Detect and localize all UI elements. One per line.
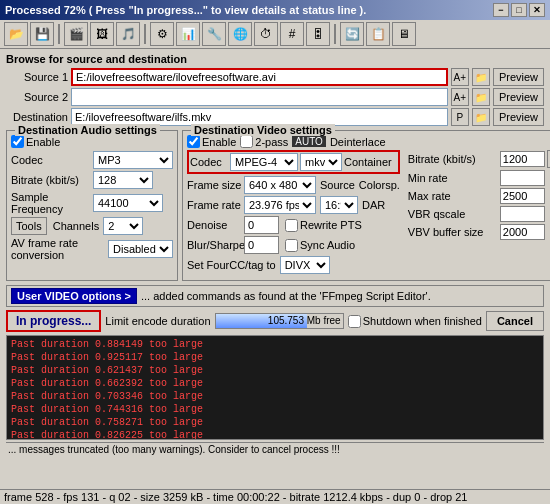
status-text: frame 528 - fps 131 - q 02 - size 3259 k…: [4, 491, 467, 503]
toolbar-btn-tools[interactable]: 🔧: [202, 22, 226, 46]
maximize-button[interactable]: □: [511, 3, 527, 17]
toolbar-btn-mixer[interactable]: 🎛: [306, 22, 330, 46]
video-twopass-checkbox[interactable]: [240, 135, 253, 148]
video-enable-checkbox-label[interactable]: Enable: [187, 135, 236, 148]
log-line: Past duration 0.884149 too large: [11, 338, 539, 351]
video-fourcc-select[interactable]: DIVXXVIDH264: [280, 256, 330, 274]
toolbar-btn-save[interactable]: 💾: [30, 22, 54, 46]
dest-preview-button[interactable]: Preview: [493, 108, 544, 126]
log-truncated: ... messages truncated (too many warning…: [6, 442, 544, 456]
audio-freq-label: Sample Frequency: [11, 191, 91, 215]
toolbar-btn-hash[interactable]: #: [280, 22, 304, 46]
shutdown-checkbox[interactable]: [348, 315, 361, 328]
toolbar-btn-settings[interactable]: ⚙: [150, 22, 174, 46]
video-denoise-input[interactable]: [244, 216, 279, 234]
video-denoise-label: Denoise: [187, 219, 242, 231]
audio-settings-panel: Destination Audio settings Enable Codec …: [6, 130, 178, 281]
video-framesize-label: Frame size: [187, 179, 242, 191]
minimize-button[interactable]: −: [493, 3, 509, 17]
video-framesize-select[interactable]: 640 x 4801280 x 720: [244, 176, 316, 194]
video-blur-input[interactable]: [244, 236, 279, 254]
audio-tools-button[interactable]: Tools: [11, 217, 47, 235]
log-line: Past duration 0.925117 too large: [11, 351, 539, 364]
bitrate-input[interactable]: [500, 151, 545, 167]
video-container-label: Container: [344, 156, 392, 168]
source1-folder-icon[interactable]: 📁: [472, 68, 490, 86]
limit-label: Limit encode duration: [105, 315, 210, 327]
source1-input[interactable]: [71, 68, 448, 86]
video-ar-select[interactable]: 16:94:3: [320, 196, 358, 214]
dest-folder-icon[interactable]: 📁: [472, 108, 490, 126]
video-framerate-label: Frame rate: [187, 199, 242, 211]
dest-font-icon[interactable]: P: [451, 108, 469, 126]
video-colorsp-label: Colorsp.: [359, 179, 400, 191]
close-button[interactable]: ✕: [529, 3, 545, 17]
progress-mb: 105.753 Mb free: [268, 315, 341, 326]
toolbar-btn-clock[interactable]: ⏱: [254, 22, 278, 46]
toolbar-btn-image[interactable]: 🖼: [90, 22, 114, 46]
toolbar-btn-reload[interactable]: 🔄: [340, 22, 364, 46]
video-enable-checkbox[interactable]: [187, 135, 200, 148]
video-framerate-select[interactable]: 23.976 fps25 fps30 fps: [244, 196, 316, 214]
log-area: Past duration 0.884149 too largePast dur…: [6, 335, 544, 440]
toolbar-btn-chart[interactable]: 📊: [176, 22, 200, 46]
source1-label: Source 1: [6, 71, 68, 83]
vbr-label: VBR qscale: [408, 208, 498, 220]
shutdown-label[interactable]: Shutdown when finished: [348, 315, 482, 328]
audio-freq-select[interactable]: 441002205048000: [93, 194, 163, 212]
log-line: Past duration 0.758271 too large: [11, 416, 539, 429]
video-rewrite-pts-label[interactable]: Rewrite PTS: [285, 219, 362, 232]
audio-channels-select[interactable]: 216: [103, 217, 143, 235]
user-options-text: ... added commands as found at the 'FFmp…: [141, 290, 431, 302]
progress-row: In progress... Limit encode duration 105…: [6, 310, 544, 332]
video-panel-title: Destination Video settings: [191, 124, 335, 136]
video-twopass-label[interactable]: 2-pass: [240, 135, 288, 148]
toolbar-btn-clip[interactable]: 📋: [366, 22, 390, 46]
dest-label: Destination: [6, 111, 68, 123]
toolbar-btn-web[interactable]: 🌐: [228, 22, 252, 46]
minrate-label: Min rate: [408, 172, 498, 184]
log-line: Past duration 0.826225 too large: [11, 429, 539, 440]
vbr-input[interactable]: [500, 206, 545, 222]
bitrate-label: Bitrate (kbit/s): [408, 153, 498, 165]
audio-bitrate-select[interactable]: 12864192: [93, 171, 153, 189]
window-title: Processed 72% ( Press "In progress..." t…: [5, 4, 366, 16]
source2-label: Source 2: [6, 91, 68, 103]
toolbar-btn-audio[interactable]: 🎵: [116, 22, 140, 46]
source2-input[interactable]: [71, 88, 448, 106]
in-progress-button[interactable]: In progress...: [6, 310, 101, 332]
minrate-input[interactable]: [500, 170, 545, 186]
log-line: Past duration 0.703346 too large: [11, 390, 539, 403]
video-codec-select[interactable]: MPEG-4H.264H.265: [230, 153, 298, 171]
video-settings-panel: Destination Video settings Enable 2-pass…: [182, 130, 550, 281]
source1-preview-button[interactable]: Preview: [493, 68, 544, 86]
video-sync-audio-label[interactable]: Sync Audio: [285, 239, 355, 252]
user-options-button[interactable]: User VIDEO options >: [11, 288, 137, 304]
video-container-select[interactable]: mkvavimp4: [300, 153, 342, 171]
source-dest-section: Browse for source and destination Source…: [6, 53, 544, 126]
toolbar-btn-video[interactable]: 🎬: [64, 22, 88, 46]
source1-font-icon[interactable]: A+: [451, 68, 469, 86]
maxrate-label: Max rate: [408, 190, 498, 202]
toolbar-btn-display[interactable]: 🖥: [392, 22, 416, 46]
video-deinterlace-label: Deinterlace: [330, 136, 386, 148]
log-line: Past duration 0.621437 too large: [11, 364, 539, 377]
log-line: Past duration 0.662392 too large: [11, 377, 539, 390]
source2-folder-icon[interactable]: 📁: [472, 88, 490, 106]
vbvbuf-input[interactable]: [500, 224, 545, 240]
audio-codec-select[interactable]: MP3AACAC3: [93, 151, 173, 169]
cancel-button[interactable]: Cancel: [486, 311, 544, 331]
toolbar-btn-open[interactable]: 📂: [4, 22, 28, 46]
audio-enable-checkbox[interactable]: [11, 135, 24, 148]
source2-preview-button[interactable]: Preview: [493, 88, 544, 106]
toolbar: 📂 💾 🎬 🖼 🎵 ⚙ 📊 🔧 🌐 ⏱ # 🎛 🔄 📋 🖥: [0, 20, 550, 49]
avframe-label: AV frame rate conversion: [11, 237, 105, 261]
audio-enable-checkbox-label[interactable]: Enable: [11, 135, 60, 148]
title-bar-buttons: − □ ✕: [493, 3, 545, 17]
maxrate-input[interactable]: [500, 188, 545, 204]
audio-bitrate-label: Bitrate (kbit/s): [11, 174, 91, 186]
video-rewrite-pts-checkbox[interactable]: [285, 219, 298, 232]
source2-font-icon[interactable]: A+: [451, 88, 469, 106]
video-sync-audio-checkbox[interactable]: [285, 239, 298, 252]
avframe-select[interactable]: DisabledEnabled: [108, 240, 173, 258]
